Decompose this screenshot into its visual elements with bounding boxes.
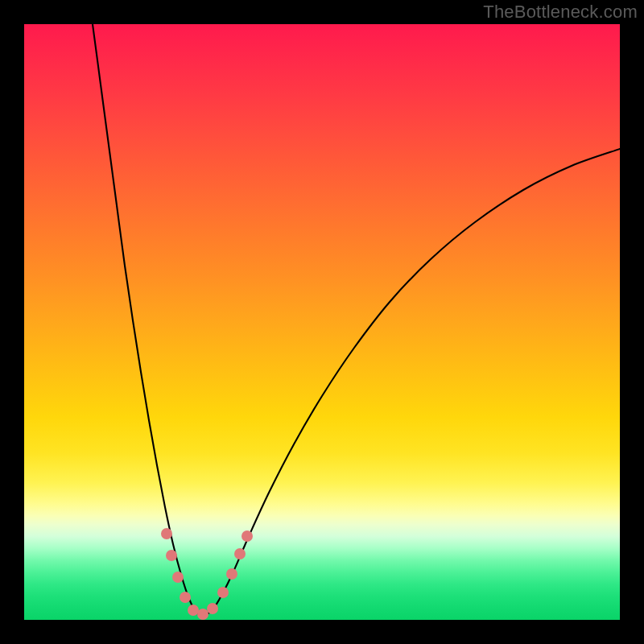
marker-dot [226, 568, 237, 580]
marker-dot [166, 550, 177, 561]
bottleneck-curve [93, 24, 620, 616]
marker-dot [197, 609, 208, 620]
chart-frame: TheBottleneck.com [0, 0, 644, 644]
marker-dot [180, 592, 191, 603]
marker-dot [234, 548, 246, 559]
marker-dot [242, 530, 253, 542]
marker-dot [188, 605, 199, 616]
watermark-text: TheBottleneck.com [483, 2, 638, 23]
optimum-markers [161, 528, 253, 620]
plot-area [24, 24, 620, 620]
marker-dot [161, 528, 172, 539]
marker-dot [172, 572, 184, 583]
curve-svg [24, 24, 620, 620]
marker-dot [217, 587, 229, 598]
marker-dot [207, 603, 218, 614]
